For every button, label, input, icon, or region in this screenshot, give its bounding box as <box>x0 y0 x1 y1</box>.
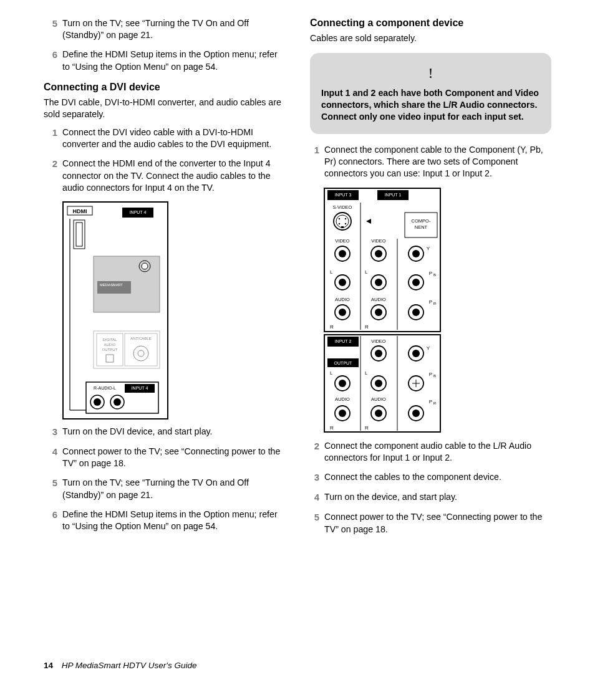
svg-text:R: R <box>330 324 334 330</box>
step-text: Connect the component cable to the Compo… <box>324 144 551 180</box>
left-steps-a: 1 Connect the DVI video cable with a DVI… <box>44 127 285 194</box>
svg-point-107 <box>412 410 420 417</box>
label-raudiol: R-AUDIO-L <box>94 386 116 390</box>
step-text: Turn on the TV; see “Turning the TV On a… <box>62 17 285 41</box>
svg-rect-4 <box>74 220 85 249</box>
svg-point-69 <box>339 309 346 316</box>
svg-text:VIDEO: VIDEO <box>371 338 386 344</box>
left-top-steps: 5 Turn on the TV; see “Turning the TV On… <box>44 17 285 73</box>
intro-component: Cables are sold separately. <box>310 32 551 44</box>
step-number: 5 <box>310 511 319 524</box>
svg-text:AUDIO: AUDIO <box>335 396 350 402</box>
svg-point-38 <box>345 223 346 224</box>
svg-point-73 <box>412 309 420 316</box>
list-item: 4 Connect power to the TV; see “Connecti… <box>44 446 285 469</box>
svg-rect-39 <box>341 226 344 228</box>
svg-text:Y: Y <box>427 345 430 351</box>
step-text: Connect the cables to the component devi… <box>324 471 551 483</box>
step-text: Define the HDMI Setup items in the Optio… <box>62 49 285 72</box>
right-steps-b: 2 Connect the component audio cable to t… <box>310 440 551 535</box>
svg-text:AUDIO: AUDIO <box>371 396 386 402</box>
label-antcable: ANT/CABLE <box>130 337 151 340</box>
svg-point-83 <box>375 350 382 357</box>
svg-text:AUDIO: AUDIO <box>371 297 386 302</box>
list-item: 5 Connect power to the TV; see “Connecti… <box>310 511 551 535</box>
svg-text:AUDIO: AUDIO <box>335 297 350 302</box>
columns: 5 Turn on the TV; see “Turning the TV On… <box>44 17 551 543</box>
svg-point-61 <box>375 279 382 286</box>
list-item: 1 Connect the component cable to the Com… <box>310 144 551 180</box>
hdmi-panel-diagram: HDMI INPUT 4 <box>62 201 168 420</box>
svg-marker-41 <box>366 219 371 224</box>
step-number: 4 <box>44 446 57 458</box>
label-dao: DIGITAL <box>103 338 118 342</box>
label-svideo: S-VIDEO <box>333 204 352 210</box>
svg-point-37 <box>339 223 340 224</box>
step-number: 6 <box>44 509 57 521</box>
step-text: Define the HDMI Setup items in the Optio… <box>62 509 285 532</box>
list-item: 1 Connect the DVI video cable with a DVI… <box>44 127 285 150</box>
svg-text:P: P <box>429 299 432 305</box>
svg-text:R: R <box>365 324 369 330</box>
list-item: 6 Define the HDMI Setup items in the Opt… <box>44 49 285 72</box>
svg-text:P: P <box>429 399 432 405</box>
step-number: 2 <box>44 158 57 170</box>
step-text: Connect power to the TV; see “Connecting… <box>62 446 285 469</box>
svg-text:L: L <box>365 269 368 275</box>
svg-rect-5 <box>76 223 82 246</box>
label-input4: INPUT 4 <box>130 210 147 214</box>
label-mediasmart: MEDIASMART <box>100 283 123 287</box>
svg-point-92 <box>339 380 346 387</box>
label-hdmi: HDMI <box>73 208 87 214</box>
component-panel-diagram: INPUT 3 INPUT 1 S-VIDEO <box>324 188 442 434</box>
svg-point-59 <box>339 279 346 286</box>
left-steps-b: 3 Turn on the DVI device, and start play… <box>44 426 285 532</box>
svg-point-63 <box>412 279 420 286</box>
step-number: 5 <box>44 477 57 489</box>
step-text: Connect power to the TV; see “Connecting… <box>324 511 551 535</box>
callout-text: Input 1 and 2 each have both Component a… <box>321 87 540 123</box>
svg-text:R: R <box>365 425 369 431</box>
step-text: Connect the HDMI end of the converter to… <box>62 158 285 194</box>
svg-point-85 <box>412 350 420 357</box>
svg-text:R: R <box>433 401 437 405</box>
svg-point-51 <box>375 250 382 257</box>
svg-text:VIDEO: VIDEO <box>335 238 350 244</box>
svg-text:L: L <box>330 269 333 275</box>
svg-text:L: L <box>365 370 368 376</box>
svg-text:L: L <box>330 370 333 376</box>
callout-warning: ! Input 1 and 2 each have both Component… <box>310 53 551 134</box>
list-item: 2 Connect the HDMI end of the converter … <box>44 158 285 194</box>
step-text: Connect the DVI video cable with a DVI-t… <box>62 127 285 150</box>
page: 5 Turn on the TV; see “Turning the TV On… <box>0 0 595 700</box>
list-item: 4 Turn on the device, and start play. <box>310 491 551 504</box>
step-number: 4 <box>310 491 319 504</box>
page-number: 14 <box>44 661 53 670</box>
svg-point-20 <box>138 350 144 357</box>
list-item: 5 Turn on the TV; see “Turning the TV On… <box>44 477 285 501</box>
label-output: OUTPUT <box>334 361 353 365</box>
step-number: 2 <box>310 440 319 453</box>
svg-point-105 <box>375 410 382 417</box>
step-number: 5 <box>44 17 57 30</box>
step-text: Turn on the TV; see “Turning the TV On a… <box>62 477 285 501</box>
step-number: 1 <box>310 144 319 156</box>
svg-point-25 <box>94 398 101 406</box>
right-diagram: INPUT 3 INPUT 1 S-VIDEO <box>324 188 551 434</box>
warning-icon: ! <box>321 63 540 83</box>
footer: 14 HP MediaSmart HDTV User's Guide <box>44 661 196 670</box>
step-number: 3 <box>44 426 57 438</box>
svg-text:NENT: NENT <box>415 224 428 230</box>
label-input1: INPUT 1 <box>385 193 402 197</box>
svg-point-36 <box>345 218 346 219</box>
footer-title: HP MediaSmart HDTV User's Guide <box>62 661 197 670</box>
list-item: 2 Connect the component audio cable to t… <box>310 440 551 464</box>
right-column: Connecting a component device Cables are… <box>310 17 551 543</box>
svg-rect-23 <box>132 390 147 393</box>
svg-rect-30 <box>335 198 351 200</box>
label-input4b: INPUT 4 <box>132 386 148 390</box>
svg-rect-79 <box>335 344 351 347</box>
step-number: 6 <box>44 49 57 61</box>
svg-text:B: B <box>433 374 436 378</box>
step-text: Turn on the device, and start play. <box>324 491 551 503</box>
